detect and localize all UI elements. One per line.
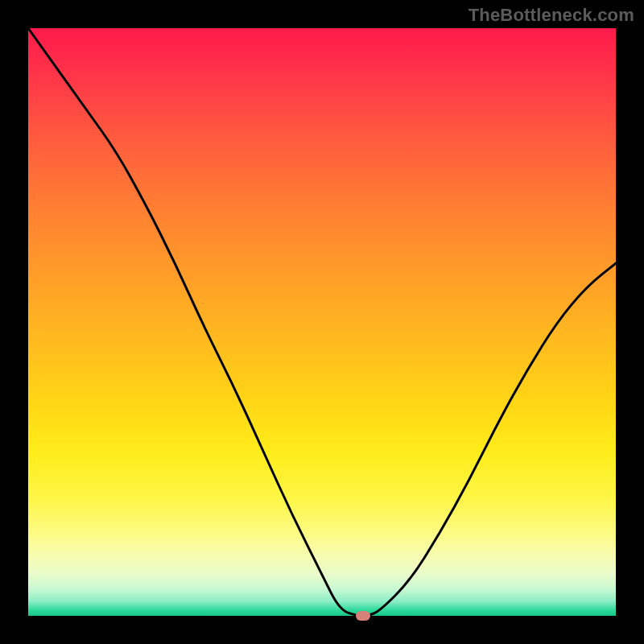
plot-area <box>28 28 616 616</box>
bottleneck-curve <box>28 28 616 616</box>
optimum-marker <box>356 611 370 621</box>
watermark-label: TheBottleneck.com <box>469 5 634 26</box>
chart-frame: TheBottleneck.com <box>0 0 644 644</box>
